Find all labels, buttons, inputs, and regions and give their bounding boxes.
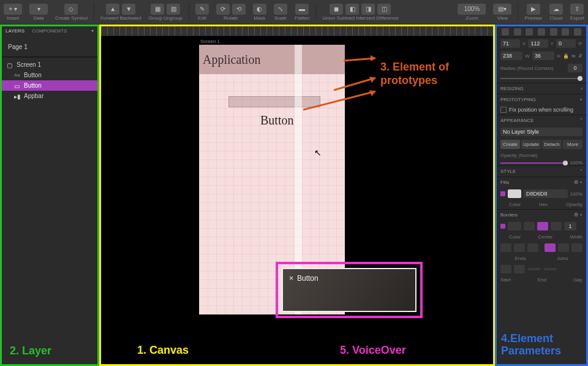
tab-components[interactable]: COMPONENTS <box>28 26 70 37</box>
backward-button[interactable]: ▼ <box>122 4 135 15</box>
rotate-button[interactable]: ⟳ <box>216 4 230 15</box>
fill-enabled-checkbox[interactable] <box>500 191 505 196</box>
join-3[interactable] <box>571 243 582 252</box>
flip-h-icon[interactable]: ⇋ <box>571 53 576 59</box>
close-icon[interactable]: × <box>289 274 293 283</box>
border-pos-inside[interactable] <box>524 222 535 231</box>
dash-field[interactable] <box>527 268 541 270</box>
text-icon: Aa <box>14 72 20 78</box>
sect-resizing[interactable]: RESIZING› <box>497 83 586 94</box>
canvas-area: Screen 1 Application Button ↖ × Button 1… <box>99 25 495 366</box>
y-field[interactable]: 112 <box>528 39 548 48</box>
border-width-field[interactable]: 1 <box>564 222 576 231</box>
mask-button[interactable]: ◐ <box>253 4 266 15</box>
data-button[interactable]: ▾ <box>29 4 48 15</box>
layers-panel: LAYERS COMPONENTS ▾ Page 1 ▢Screen 1 AaB… <box>0 25 99 366</box>
radius-field[interactable]: 0 <box>568 64 582 72</box>
artboard-icon: ▢ <box>7 62 13 68</box>
align-controls[interactable] <box>497 26 586 37</box>
inspector-panel: 71X 112Y 0⟳ 238W 36H 🔒 ⇋ ⇵ Radius (Round… <box>495 25 588 366</box>
gear-icon-2[interactable]: ⚙ + <box>574 212 582 218</box>
border-enabled-checkbox[interactable] <box>500 224 505 229</box>
ruler-horizontal <box>101 26 493 36</box>
insert-button[interactable]: + ▾ <box>4 4 22 15</box>
scale-button[interactable]: ⤡ <box>274 4 287 15</box>
cloud-button[interactable]: ☁ <box>549 4 563 15</box>
view-button[interactable]: ▤▾ <box>493 4 511 15</box>
x-field[interactable]: 71 <box>500 39 520 48</box>
folder-icon: ▸▮ <box>14 93 20 99</box>
group-button[interactable]: ▦ <box>151 4 164 15</box>
end-cap-1[interactable] <box>500 243 511 252</box>
ungroup-button[interactable]: ▧ <box>167 4 180 15</box>
anno-elements: 3. Element of prototypes <box>380 61 493 87</box>
prototype-appbar[interactable]: Application <box>199 45 345 74</box>
fill-hex-field[interactable]: D8D6D8 <box>524 189 568 198</box>
prototype-button-element[interactable] <box>228 96 320 107</box>
svg-marker-3 <box>369 77 375 83</box>
prototype-button-label: Button <box>260 113 293 128</box>
style-more-button[interactable]: More <box>563 140 582 149</box>
layer-screen[interactable]: ▢Screen 1 <box>2 57 97 70</box>
opacity-slider[interactable] <box>500 162 568 164</box>
w-field[interactable]: 238 <box>500 51 522 60</box>
rotate-button-2[interactable]: ⟲ <box>232 4 246 15</box>
artboard-label: Screen 1 <box>200 39 220 44</box>
style-create-button[interactable]: Create <box>500 140 520 149</box>
page-row[interactable]: Page 1 <box>7 41 92 53</box>
difference-button[interactable]: ◫ <box>377 4 391 15</box>
zoom-field[interactable]: 100% <box>458 4 486 15</box>
sect-prototyping[interactable]: PROTOTYPING+ <box>497 94 586 105</box>
tb-data-label: Data <box>34 15 44 21</box>
canvas[interactable]: Screen 1 Application Button ↖ × Button 1… <box>101 36 493 364</box>
sect-borders: Borders⚙ + <box>497 209 586 220</box>
voiceover-caption: × Button <box>282 268 417 312</box>
layer-button-1[interactable]: AaButton <box>2 70 97 80</box>
join-2[interactable] <box>558 243 569 252</box>
tb-insert-group: + ▾ Insert <box>0 0 26 24</box>
layer-button-2-selected[interactable]: ▭Button <box>2 80 97 91</box>
subtract-button[interactable]: ◧ <box>345 4 359 15</box>
preview-button[interactable]: ▶ <box>527 4 540 15</box>
gear-icon[interactable]: ⚙ + <box>574 180 582 185</box>
rot-field[interactable]: 0 <box>556 39 576 48</box>
voiceover-region: × Button <box>276 262 423 318</box>
export-button[interactable]: ⇪ <box>570 4 584 15</box>
fill-swatch[interactable] <box>508 189 521 198</box>
tab-menu-icon[interactable]: ▾ <box>88 26 97 37</box>
border-pos-outside[interactable] <box>551 222 562 231</box>
border-pos-center[interactable] <box>537 222 548 231</box>
intersect-button[interactable]: ◨ <box>361 4 375 15</box>
svg-marker-1 <box>371 55 375 61</box>
edit-button[interactable]: ✎ <box>195 4 209 15</box>
voiceover-text: Button <box>297 274 318 283</box>
end-cap-2[interactable] <box>514 243 525 252</box>
union-button[interactable]: ◼ <box>330 4 343 15</box>
sect-style[interactable]: STYLE˅ <box>497 166 586 177</box>
arrow-start[interactable] <box>500 265 511 273</box>
border-swatch[interactable] <box>508 222 521 231</box>
rotate-icon: ⟳ <box>578 41 582 47</box>
cursor-icon: ↖ <box>314 148 322 158</box>
layer-appbar[interactable]: ▸▮Appbar <box>2 91 97 101</box>
tab-layers[interactable]: LAYERS <box>2 26 28 37</box>
anno-voiceover: 5. VoiceOver <box>340 344 406 357</box>
end-cap-3[interactable] <box>527 243 538 252</box>
join-1[interactable] <box>545 243 556 252</box>
sect-appearance[interactable]: APPEARANCE˅ <box>497 115 586 126</box>
arrow-end[interactable] <box>514 265 525 273</box>
style-detach-button[interactable]: Detach <box>542 140 562 149</box>
flip-v-icon[interactable]: ⇵ <box>578 53 582 59</box>
h-field[interactable]: 36 <box>532 51 554 60</box>
anno-layer: 2. Layer <box>10 345 51 357</box>
flatten-button[interactable]: ▬ <box>295 4 309 15</box>
layer-style-select[interactable]: No Layer Style <box>500 128 582 136</box>
lock-icon[interactable]: 🔒 <box>563 53 569 59</box>
anno-params: 4.Element Parameters <box>501 333 581 357</box>
forward-button[interactable]: ▲ <box>106 4 119 15</box>
fix-pos-checkbox[interactable] <box>500 107 507 113</box>
create-symbol-button[interactable]: ◇ <box>64 4 78 15</box>
radius-slider[interactable] <box>500 78 582 79</box>
gap-field[interactable] <box>543 268 557 270</box>
style-update-button[interactable]: Update <box>521 140 541 149</box>
